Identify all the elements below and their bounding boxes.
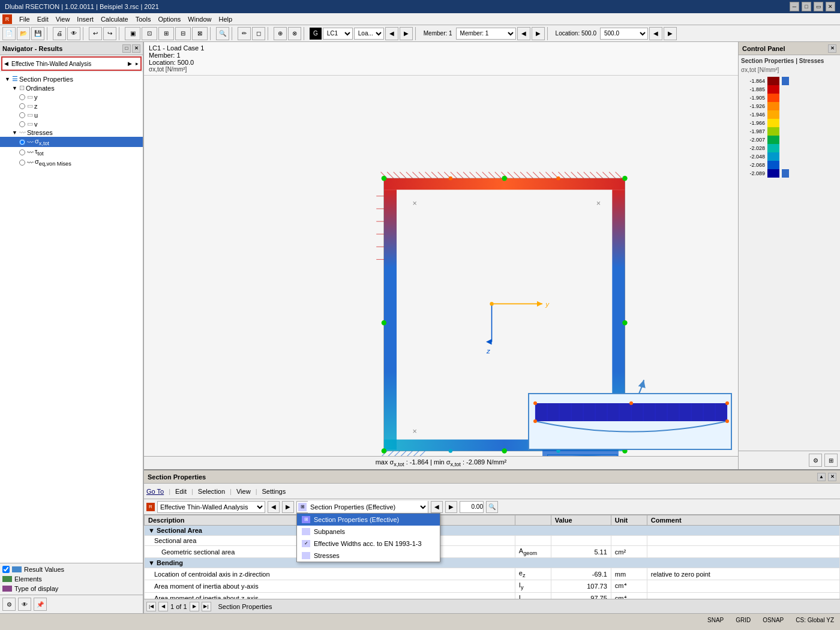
bp-value-input[interactable] bbox=[460, 501, 484, 513]
close-button[interactable]: ✕ bbox=[826, 2, 835, 11]
tree-section-properties[interactable]: ▼ ☰ Section Properties bbox=[0, 74, 143, 83]
nav-float-btn[interactable]: □ bbox=[122, 44, 131, 53]
tree-stresses[interactable]: ▼ 〰 Stresses bbox=[0, 128, 143, 137]
tree-y[interactable]: ▭ y bbox=[0, 92, 143, 101]
cp-settings-btn[interactable]: ⚙ bbox=[809, 454, 822, 467]
menu-help[interactable]: Help bbox=[215, 15, 236, 23]
view-btn3[interactable]: ⊞ bbox=[158, 27, 174, 40]
minimize-button[interactable]: ─ bbox=[790, 2, 799, 11]
zoom-btn[interactable]: 🔍 bbox=[216, 27, 229, 40]
nav-elements[interactable]: Elements bbox=[2, 575, 140, 583]
restore-button[interactable]: ▭ bbox=[814, 2, 823, 11]
menu-file[interactable]: File bbox=[16, 15, 34, 23]
move-btn[interactable]: ⊗ bbox=[288, 27, 301, 40]
prev-lc-btn[interactable]: ◀ bbox=[385, 27, 398, 40]
bp-next-analysis[interactable]: ▶ bbox=[282, 501, 294, 513]
tree-v[interactable]: ▭ v bbox=[0, 119, 143, 128]
bp-prev-table[interactable]: ◀ bbox=[431, 501, 443, 513]
status-snap[interactable]: SNAP bbox=[707, 617, 724, 623]
bp-selection-label[interactable]: Selection bbox=[198, 488, 225, 495]
analysis-prev-btn[interactable]: ◀ bbox=[2, 61, 10, 67]
nav-result-values[interactable]: Result Values bbox=[2, 566, 140, 573]
tree-sigma-eq[interactable]: 〰 σeq,von Mises bbox=[0, 157, 143, 167]
print-preview-button[interactable]: 👁 bbox=[67, 27, 80, 40]
tree-u[interactable]: ▭ u bbox=[0, 110, 143, 119]
next-loc-btn[interactable]: ▶ bbox=[664, 27, 677, 40]
cp-close-btn[interactable]: ✕ bbox=[828, 44, 836, 53]
dd-item-eff-widths[interactable]: ✓ Effective Widths acc. to EN 1993-1-3 bbox=[297, 538, 440, 550]
status-cs[interactable]: CS: Global YZ bbox=[796, 617, 834, 623]
member-select[interactable]: Member: 1 bbox=[456, 28, 516, 40]
tree-sigma-x-tot[interactable]: 〰 σx,tot bbox=[0, 137, 143, 147]
view-btn1[interactable]: ▣ bbox=[125, 27, 140, 40]
save-button[interactable]: 💾 bbox=[31, 27, 44, 40]
load-select2[interactable]: Loa... bbox=[354, 28, 384, 40]
menu-window[interactable]: Window bbox=[184, 15, 215, 23]
status-osnap[interactable]: OSNAP bbox=[763, 617, 784, 623]
view-btn5[interactable]: ⊠ bbox=[192, 27, 208, 40]
bp-search-btn[interactable]: 🔍 bbox=[486, 501, 498, 513]
prev-loc-btn[interactable]: ◀ bbox=[649, 27, 662, 40]
radio-z[interactable] bbox=[19, 103, 25, 109]
analysis-expand-btn[interactable]: ▸ bbox=[134, 61, 140, 67]
bp-edit-label[interactable]: Edit bbox=[175, 488, 187, 495]
next-lc-btn[interactable]: ▶ bbox=[400, 27, 413, 40]
bp-table-select[interactable]: Section Properties (Effective) Subpanels… bbox=[308, 501, 428, 513]
draw-btn2[interactable]: ◻ bbox=[252, 27, 265, 40]
bp-table-selector[interactable]: ⊞ Section Properties (Effective) Subpane… bbox=[296, 501, 428, 513]
tree-tau-tot[interactable]: 〰 τtot bbox=[0, 147, 143, 157]
bp-goto-label[interactable]: Go To bbox=[146, 488, 164, 495]
tree-ordinates[interactable]: ▼ ⊡ Ordinates bbox=[0, 83, 143, 92]
nav-icon-settings[interactable]: ⚙ bbox=[2, 598, 16, 611]
view-btn4[interactable]: ⊟ bbox=[175, 27, 191, 40]
new-button[interactable]: 📄 bbox=[2, 27, 16, 40]
radio-sigma-eq[interactable] bbox=[19, 160, 25, 166]
expand-stresses[interactable]: ▼ bbox=[12, 130, 19, 136]
nav-icon-pin[interactable]: 📌 bbox=[34, 598, 47, 611]
menu-options[interactable]: Options bbox=[154, 15, 184, 23]
expand-ordinates[interactable]: ▼ bbox=[12, 85, 19, 91]
next-mem-btn[interactable]: ▶ bbox=[532, 27, 545, 40]
radio-v[interactable] bbox=[19, 121, 25, 127]
bp-settings-label[interactable]: Settings bbox=[262, 488, 286, 495]
radio-sigma-x-tot[interactable] bbox=[19, 139, 25, 145]
menu-view[interactable]: View bbox=[52, 15, 74, 23]
open-button[interactable]: 📂 bbox=[17, 27, 30, 40]
view-btn2[interactable]: ⊡ bbox=[142, 27, 157, 40]
status-grid[interactable]: GRID bbox=[736, 617, 751, 623]
expand-section-props[interactable]: ▼ bbox=[5, 76, 12, 82]
print-button[interactable]: 🖨 bbox=[53, 27, 66, 40]
dd-item-subpanels[interactable]: Subpanels bbox=[297, 526, 440, 538]
prev-mem-btn[interactable]: ◀ bbox=[517, 27, 530, 40]
bp-next-table[interactable]: ▶ bbox=[445, 501, 457, 513]
nav-close-btn[interactable]: ✕ bbox=[132, 44, 140, 53]
bp-prev-page[interactable]: ◀ bbox=[158, 602, 168, 611]
cp-table-btn[interactable]: ⊞ bbox=[824, 454, 838, 467]
dd-item-stresses[interactable]: Stresses bbox=[297, 550, 440, 562]
bp-last-page[interactable]: ▶| bbox=[202, 602, 211, 611]
maximize-button[interactable]: □ bbox=[802, 2, 811, 11]
nav-icon-eye[interactable]: 👁 bbox=[18, 598, 31, 611]
radio-tau-tot[interactable] bbox=[19, 149, 25, 155]
bp-next-page[interactable]: ▶ bbox=[190, 602, 199, 611]
radio-u[interactable] bbox=[19, 112, 25, 118]
cb-result-values[interactable] bbox=[2, 566, 10, 573]
menu-tools[interactable]: Tools bbox=[132, 15, 155, 23]
tree-z[interactable]: ▭ z bbox=[0, 101, 143, 110]
menu-insert[interactable]: Insert bbox=[73, 15, 97, 23]
bp-analysis-select[interactable]: Effective Thin-Walled Analysis bbox=[157, 501, 265, 513]
draw-btn1[interactable]: ✏ bbox=[238, 27, 251, 40]
dd-item-section-props[interactable]: ⊞ Section Properties (Effective) bbox=[297, 514, 440, 526]
menu-calculate[interactable]: Calculate bbox=[97, 15, 132, 23]
redo-button[interactable]: ↪ bbox=[103, 27, 116, 40]
loadcase-select[interactable]: LC1 bbox=[323, 28, 353, 40]
analysis-selector[interactable]: ◀ Effective Thin-Walled Analysis ▶ ▸ bbox=[1, 56, 142, 71]
location-select[interactable]: 500.0 bbox=[600, 28, 648, 40]
analysis-next-btn[interactable]: ▶ bbox=[126, 61, 134, 67]
canvas-viewport[interactable]: × × × × bbox=[144, 76, 738, 456]
radio-y[interactable] bbox=[19, 94, 25, 100]
nav-type-display[interactable]: Type of display bbox=[2, 585, 140, 592]
bp-first-page[interactable]: |◀ bbox=[146, 602, 156, 611]
graphics-btn[interactable]: G bbox=[310, 28, 322, 40]
undo-button[interactable]: ↩ bbox=[89, 27, 102, 40]
